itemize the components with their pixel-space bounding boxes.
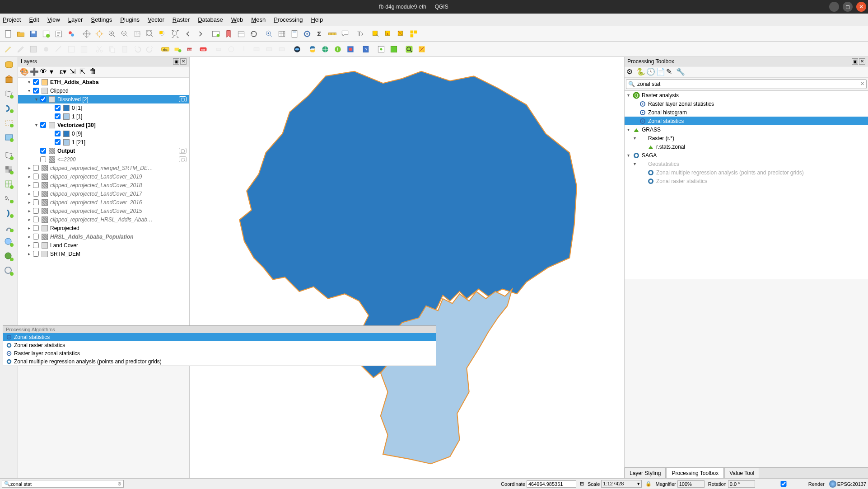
new-virtual-layer-icon[interactable] xyxy=(3,131,15,144)
coordinate-field[interactable] xyxy=(527,480,576,488)
add-raster-icon[interactable] xyxy=(3,164,15,176)
layer-row[interactable]: ▸Reprojected xyxy=(18,224,189,232)
locator-input[interactable] xyxy=(10,481,117,487)
magnifier-spinner[interactable]: 100% xyxy=(677,480,705,488)
layer-visibility-checkbox[interactable] xyxy=(40,156,46,162)
new-geopackage-icon[interactable] xyxy=(3,73,15,86)
layers-panel-close-button[interactable]: ✕ xyxy=(180,58,187,65)
menu-database[interactable]: Database xyxy=(198,16,223,23)
algorithm-row[interactable]: ▾GRASS xyxy=(625,125,868,134)
layer-expr-filter-icon[interactable]: ε▾ xyxy=(60,67,69,76)
layer-row[interactable]: 0 [1] xyxy=(18,103,189,112)
layer-row[interactable]: <=2200▢ xyxy=(18,155,189,164)
plugin-logo-icon[interactable] xyxy=(345,43,356,55)
layer-visibility-checkbox[interactable] xyxy=(33,165,39,171)
menu-edit[interactable]: Edit xyxy=(29,16,39,23)
zoom-to-layer-icon[interactable] xyxy=(169,28,181,40)
add-xyz-icon[interactable] xyxy=(3,250,15,263)
window-maximize-button[interactable]: ◻ xyxy=(843,2,853,12)
layer-expand-icon[interactable]: ⇲ xyxy=(70,67,79,76)
vertex-tool-icon[interactable] xyxy=(65,43,77,55)
layer-visibility-checkbox[interactable] xyxy=(40,148,46,154)
temporal-icon[interactable] xyxy=(235,28,247,40)
pan-icon[interactable] xyxy=(81,28,93,40)
layer-row[interactable]: ▸SRTM_DEM xyxy=(18,249,189,258)
add-mesh-icon[interactable] xyxy=(3,178,15,191)
select-by-value-icon[interactable]: ε xyxy=(383,28,394,40)
layer-visibility-checkbox[interactable] xyxy=(33,216,39,222)
new-print-layout-icon[interactable] xyxy=(40,28,52,40)
hide-label-icon[interactable] xyxy=(263,43,275,55)
locator-result-item[interactable]: Zonal statistics xyxy=(3,333,436,341)
layer-row[interactable]: ▸clipped_reprojected_LandCover_2015 xyxy=(18,207,189,215)
layer-visibility-checkbox[interactable] xyxy=(33,88,39,94)
layer-visibility-checkbox[interactable] xyxy=(33,79,39,85)
layer-visibility-checkbox[interactable] xyxy=(33,225,39,231)
plugin-browser-icon[interactable] xyxy=(319,43,331,55)
move-label-icon[interactable] xyxy=(213,43,224,55)
toggle-extents-icon[interactable]: ⊞ xyxy=(580,481,584,487)
cut-icon[interactable] xyxy=(93,43,105,55)
layer-visibility-checkbox[interactable] xyxy=(33,199,39,205)
georeferencer-icon[interactable] xyxy=(375,43,387,55)
plugin-info-icon[interactable]: i xyxy=(332,43,344,55)
menu-raster[interactable]: Raster xyxy=(173,16,190,23)
layers-panel-float-button[interactable]: ▣ xyxy=(173,58,179,65)
layer-style-icon[interactable]: 🎨 xyxy=(20,67,29,76)
label-abc-icon[interactable]: abc xyxy=(159,43,171,55)
menu-vector[interactable]: Vector xyxy=(148,16,164,23)
sigma-icon[interactable]: Σ xyxy=(314,28,326,40)
layer-row[interactable]: ▾Clipped xyxy=(18,86,189,95)
add-postgis-icon[interactable] xyxy=(3,207,15,220)
open-data-source-icon[interactable] xyxy=(3,59,15,71)
algorithm-row[interactable]: Zonal histogram xyxy=(625,108,868,117)
menu-settings[interactable]: Settings xyxy=(91,16,112,23)
add-wcs-icon[interactable] xyxy=(3,265,15,277)
rotation-spinner[interactable]: 0.0 ° xyxy=(728,480,755,488)
crs-button[interactable]: EPSG:20137 xyxy=(829,480,866,488)
layer-visibility-checkbox[interactable] xyxy=(55,105,61,111)
layer-visibility-checkbox[interactable] xyxy=(33,191,39,197)
locator-result-item[interactable]: Zonal raster statistics xyxy=(3,341,436,349)
algorithm-tree[interactable]: ▾QRaster analysisRaster layer zonal stat… xyxy=(625,91,868,279)
algorithm-row[interactable]: ▾Raster (r.*) xyxy=(625,134,868,142)
layer-visibility-checkbox[interactable] xyxy=(33,182,39,188)
algorithm-row[interactable]: ▾Geostatistics xyxy=(625,160,868,168)
results-icon[interactable]: 📄 xyxy=(656,67,665,76)
options-icon[interactable]: 🔧 xyxy=(676,67,685,76)
style-manager-icon[interactable] xyxy=(65,28,77,40)
layer-visibility-checkbox[interactable] xyxy=(33,208,39,214)
algorithm-row[interactable]: Zonal statistics xyxy=(625,117,868,125)
identify-icon[interactable] xyxy=(263,28,275,40)
layer-row[interactable]: 0 [9] xyxy=(18,129,189,138)
locator-clear-icon[interactable]: ⊗ xyxy=(117,481,121,487)
layer-visibility-checkbox[interactable] xyxy=(40,96,46,102)
add-wms-icon[interactable] xyxy=(3,236,15,249)
zoom-to-selection-icon[interactable] xyxy=(157,28,168,40)
layer-visibility-checkbox[interactable] xyxy=(33,251,39,257)
layer-row[interactable]: ▸HRSL_Addis_Ababa_Population xyxy=(18,232,189,241)
layer-visibility-checkbox[interactable] xyxy=(33,234,39,240)
processing-panel-float-button[interactable]: ▣ xyxy=(852,58,858,65)
redo-icon[interactable] xyxy=(144,43,156,55)
abc-red-icon[interactable]: abc xyxy=(197,43,209,55)
label-options-icon[interactable] xyxy=(172,43,184,55)
locator-results-popup[interactable]: Processing AlgorithmsZonal statisticsZon… xyxy=(3,325,436,366)
layer-row[interactable]: ▸Land Cover xyxy=(18,241,189,249)
layer-row[interactable]: 1 [1] xyxy=(18,112,189,121)
new-map-view-icon[interactable] xyxy=(210,28,222,40)
window-minimize-button[interactable]: — xyxy=(829,2,839,12)
new-shapefile-icon[interactable] xyxy=(3,88,15,100)
menu-view[interactable]: View xyxy=(47,16,60,23)
layer-row[interactable]: ▾Vectorized [30] xyxy=(18,121,189,129)
layer-row[interactable]: ▸clipped_reprojected_LandCover_2017 xyxy=(18,189,189,198)
field-calc-icon[interactable] xyxy=(289,28,300,40)
layer-filter-icon[interactable]: ▾ xyxy=(50,67,59,76)
algorithm-row[interactable]: ▾QRaster analysis xyxy=(625,91,868,99)
diagram-icon[interactable]: abc xyxy=(185,43,196,55)
algorithm-row[interactable]: Zonal raster statistics xyxy=(625,177,868,185)
zoom-in-icon[interactable] xyxy=(106,28,118,40)
python-console-icon[interactable] xyxy=(307,43,318,55)
layer-row[interactable]: 1 [21] xyxy=(18,138,189,146)
layer-row[interactable]: Output▢ xyxy=(18,146,189,155)
